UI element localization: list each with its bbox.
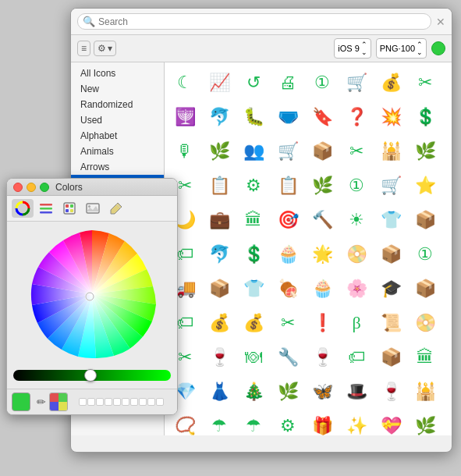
color-tab-pencil[interactable] (105, 199, 127, 218)
icon-cell[interactable]: 📦 (374, 340, 408, 375)
icon-cell[interactable]: ☂ (236, 409, 271, 435)
icon-cell[interactable]: 🍷 (374, 375, 408, 409)
icon-cell[interactable]: 🍷 (305, 340, 339, 375)
icon-cell[interactable]: 👕 (374, 203, 408, 237)
icon-cell[interactable]: ① (339, 169, 374, 203)
sidebar-item-all[interactable]: All Icons (71, 66, 164, 81)
icon-cell[interactable]: ✂ (408, 66, 442, 100)
minimize-button[interactable] (27, 183, 36, 192)
icon-cell[interactable]: ❓ (339, 100, 374, 134)
icon-cell[interactable]: ✨ (339, 409, 374, 435)
sidebar-item-arrows[interactable]: Arrows (71, 159, 164, 175)
icon-cell[interactable]: 💼 (202, 203, 236, 237)
color-tab-sliders[interactable] (35, 199, 57, 218)
icon-cell[interactable]: 👕 (236, 272, 271, 306)
icon-cell[interactable]: 🍽 (236, 340, 271, 375)
format-select[interactable]: iOS 9 ⌃⌄ (334, 38, 371, 59)
icon-cell[interactable]: 💰 (236, 306, 271, 340)
icon-cell[interactable]: ⚙ (271, 409, 305, 435)
icon-cell[interactable]: 🖨 (271, 66, 305, 100)
icon-cell[interactable]: 🔧 (271, 340, 305, 375)
icon-cell[interactable]: 🍷 (202, 340, 236, 375)
icon-cell[interactable]: 🕌 (374, 134, 408, 169)
icon-cell[interactable]: 🐛 (236, 100, 271, 134)
icon-cell[interactable]: 🛒 (374, 169, 408, 203)
icon-cell[interactable]: ① (305, 66, 339, 100)
icon-cell[interactable]: 💝 (374, 409, 408, 435)
icon-cell[interactable]: 💰 (374, 66, 408, 100)
icon-cell[interactable]: 📜 (374, 306, 408, 340)
maximize-button[interactable] (40, 183, 49, 192)
icon-cell[interactable]: 🌿 (271, 375, 305, 409)
icon-cell[interactable]: 🌿 (408, 134, 442, 169)
icon-cell[interactable]: 🛒 (339, 66, 374, 100)
current-color-swatch[interactable] (12, 393, 30, 411)
icon-cell[interactable]: 🐬 (202, 100, 236, 134)
icon-cell[interactable]: ✂ (271, 306, 305, 340)
color-tab-crayon[interactable] (59, 199, 80, 218)
icon-cell[interactable]: 📦 (408, 272, 442, 306)
color-slider-thumb[interactable] (84, 369, 97, 382)
icon-cell[interactable]: 🎙 (168, 134, 202, 169)
icon-cell[interactable]: 📦 (408, 203, 442, 237)
icon-cell[interactable]: ❗ (305, 306, 339, 340)
icon-cell[interactable]: 📀 (408, 306, 442, 340)
icon-cell[interactable]: 🏷 (339, 340, 374, 375)
icon-cell[interactable]: 🛒 (271, 134, 305, 169)
color-indicator[interactable] (431, 41, 445, 55)
icon-cell[interactable]: β (339, 306, 374, 340)
icon-cell[interactable]: 📦 (305, 134, 339, 169)
icon-cell[interactable]: 🦋 (305, 375, 339, 409)
icon-cell[interactable]: 📋 (271, 169, 305, 203)
icon-cell[interactable]: ↺ (236, 66, 271, 100)
icon-cell[interactable]: 🌿 (408, 409, 442, 435)
icon-cell[interactable]: 🕌 (408, 375, 442, 409)
sidebar-item-new[interactable]: New (71, 81, 164, 97)
icon-cell[interactable]: 🌟 (305, 237, 339, 272)
icon-cell[interactable]: 🏛 (236, 203, 271, 237)
icon-cell[interactable]: 🧁 (271, 237, 305, 272)
icon-cell[interactable]: 📦 (202, 272, 236, 306)
icon-cell[interactable]: 💰 (202, 306, 236, 340)
icon-cell[interactable]: ① (408, 237, 442, 272)
icon-cell[interactable]: 🏛 (408, 340, 442, 375)
icon-cell[interactable]: 👥 (236, 134, 271, 169)
icon-cell[interactable]: ✂ (339, 134, 374, 169)
color-tab-wheel[interactable] (12, 199, 34, 218)
sidebar-item-randomized[interactable]: Randomized (71, 97, 164, 112)
icon-cell[interactable]: 🎄 (236, 375, 271, 409)
icon-cell[interactable]: ☾ (168, 66, 202, 100)
color-tab-image[interactable] (82, 199, 104, 218)
sidebar-item-animals[interactable]: Animals (71, 144, 164, 159)
icon-cell[interactable]: 🧁 (305, 272, 339, 306)
icon-cell[interactable]: ☀ (339, 203, 374, 237)
quality-select[interactable]: PNG·100 ⌃⌄ (376, 38, 427, 59)
icon-cell[interactable]: 💲 (408, 100, 442, 134)
icon-cell[interactable]: 🎓 (374, 272, 408, 306)
color-grid-button[interactable] (49, 393, 68, 411)
icon-cell[interactable]: 🕎 (168, 100, 202, 134)
icon-cell[interactable]: 🎩 (339, 375, 374, 409)
icon-cell[interactable]: ⭐ (408, 169, 442, 203)
icon-cell[interactable]: 🎯 (271, 203, 305, 237)
sidebar-item-used[interactable]: Used (71, 112, 164, 128)
icon-cell[interactable]: 🐬 (202, 237, 236, 272)
icon-cell[interactable]: 📀 (339, 237, 374, 272)
clear-icon[interactable]: ✕ (436, 16, 445, 28)
icon-cell[interactable]: 🌿 (305, 169, 339, 203)
icon-cell[interactable]: 🩲 (271, 100, 305, 134)
icon-cell[interactable]: ☂ (202, 409, 236, 435)
icon-cell[interactable]: 👗 (202, 375, 236, 409)
icon-cell[interactable]: 💥 (374, 100, 408, 134)
icon-cell[interactable]: 🔖 (305, 100, 339, 134)
icon-cell[interactable]: 🔨 (305, 203, 339, 237)
icon-cell[interactable]: 🎁 (305, 409, 339, 435)
icon-cell[interactable]: 📋 (202, 169, 236, 203)
icon-cell[interactable]: 📈 (202, 66, 236, 100)
close-button[interactable] (13, 183, 23, 192)
color-wheel[interactable] (26, 228, 158, 361)
icon-cell[interactable]: 🌸 (339, 272, 374, 306)
icon-cell[interactable]: 🍖 (271, 272, 305, 306)
list-view-button[interactable]: ≡ (77, 41, 90, 56)
icon-cell[interactable]: 💲 (236, 237, 271, 272)
